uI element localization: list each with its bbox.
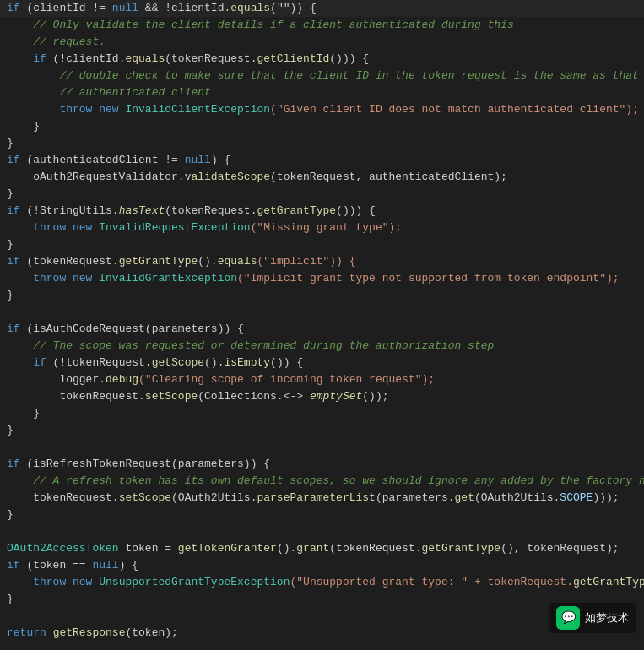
code-token: new <box>66 270 99 287</box>
code-token: (clientId != <box>20 0 112 17</box>
code-token: } <box>7 405 40 422</box>
code-line: if (authenticatedClient != null) { <box>0 152 644 169</box>
wechat-icon: 💬 <box>561 609 576 627</box>
code-token: ("")) { <box>270 0 317 17</box>
code-token: throw <box>7 574 66 591</box>
code-token: ("Clearing scope of incoming token reque… <box>138 371 435 388</box>
code-token: tokenRequest. <box>7 490 119 506</box>
code-token: setScope <box>119 490 171 506</box>
code-token: } <box>7 186 14 203</box>
code-token: token = <box>119 540 178 557</box>
code-block: if (clientId != null && !clientId.equals… <box>0 0 644 642</box>
code-line: // double check to make sure that the cl… <box>0 68 644 84</box>
code-token: ()); <box>362 388 388 405</box>
code-line: // The scope was requested or determined… <box>0 338 644 355</box>
code-token: InvalidRequestException <box>99 219 250 236</box>
code-token: getGrantType <box>573 574 644 591</box>
code-line: return getResponse(token); <box>0 625 644 642</box>
code-line: // Only validate the client details if a… <box>0 17 644 34</box>
code-line: throw new InvalidGrantException("Implici… <box>0 270 644 287</box>
code-token: validateScope <box>185 169 270 186</box>
code-token: // Only validate the client details if a… <box>7 17 514 34</box>
code-token: (token == <box>20 557 93 574</box>
code-token: ())) { <box>336 203 376 219</box>
code-token: getGrantType <box>257 203 336 219</box>
code-token: InvalidGrantException <box>99 270 237 287</box>
watermark-text: 如梦技术 <box>585 609 629 626</box>
code-line: } <box>0 118 644 135</box>
code-line: // A refresh token has its own default s… <box>0 473 644 490</box>
watermark: 💬 如梦技术 <box>549 603 636 633</box>
code-token: } <box>7 591 14 608</box>
code-line: if (tokenRequest.getGrantType().equals("… <box>0 253 644 270</box>
code-token: // request. <box>7 34 106 51</box>
code-token: (tokenRequest. <box>165 51 257 68</box>
code-token: ("implicit")) { <box>257 253 355 270</box>
watermark-logo: 💬 <box>556 606 580 630</box>
code-token: (Collections. <box>198 388 283 405</box>
code-line: tokenRequest.setScope(OAuth2Utils.parseP… <box>0 490 644 506</box>
code-token: <-> <box>284 388 303 405</box>
code-token: get <box>455 490 474 506</box>
code-token: oAuth2RequestValidator. <box>7 169 185 186</box>
code-line <box>0 523 644 540</box>
code-token: (!tokenRequest. <box>46 355 152 371</box>
code-line <box>0 439 644 456</box>
code-token: getGrantType <box>119 253 198 270</box>
code-token: } <box>7 422 14 439</box>
code-token: isEmpty <box>224 355 270 371</box>
code-token: (). <box>277 540 296 557</box>
code-token: logger. <box>7 371 106 388</box>
code-line: } <box>0 186 644 203</box>
code-token: throw <box>7 101 92 118</box>
code-token: throw <box>7 219 66 236</box>
code-line: // authenticated client <box>0 84 644 101</box>
code-token: null <box>92 557 118 574</box>
code-line: tokenRequest.setScope(Collections.<-> em… <box>0 388 644 405</box>
code-token: (token); <box>125 625 177 642</box>
code-token: grant <box>296 540 329 557</box>
code-token: getScope <box>152 355 204 371</box>
code-line: if (!tokenRequest.getScope().isEmpty()) … <box>0 355 644 371</box>
code-line: throw new InvalidRequestException("Missi… <box>0 219 644 236</box>
code-token: (OAuth2Utils. <box>171 490 257 506</box>
code-token: UnsupportedGrantTypeException <box>99 574 290 591</box>
code-token: } <box>7 287 14 304</box>
code-token: getGrantType <box>422 540 501 557</box>
code-line: } <box>0 236 644 253</box>
code-line: if (!clientId.equals(tokenRequest.getCli… <box>0 51 644 68</box>
code-token: if <box>7 321 20 338</box>
code-line: } <box>0 591 644 608</box>
code-token: (isAuthCodeRequest(parameters)) { <box>20 321 244 338</box>
code-token: hasText <box>119 203 165 219</box>
code-line: if (isRefreshTokenRequest(parameters)) { <box>0 456 644 473</box>
code-line: } <box>0 135 644 152</box>
code-token: (tokenRequest. <box>165 203 257 219</box>
code-line: logger.debug("Clearing scope of incoming… <box>0 371 644 388</box>
code-token: OAuth2AccessToken <box>7 540 119 557</box>
code-token: if <box>7 557 20 574</box>
code-token: SCOPE <box>560 490 593 506</box>
code-line <box>0 304 644 321</box>
code-token: (!clientId. <box>46 51 126 68</box>
code-token: if <box>7 456 20 473</box>
code-token: if <box>7 203 20 219</box>
code-line: } <box>0 405 644 422</box>
code-token: InvalidClientException <box>125 101 270 118</box>
code-line: if (token == null) { <box>0 557 644 574</box>
code-container: if (clientId != null && !clientId.equals… <box>0 0 644 650</box>
code-token: ) { <box>211 152 230 169</box>
code-token: ()) { <box>270 355 303 371</box>
code-token: throw <box>7 270 66 287</box>
code-token <box>46 625 53 642</box>
code-line: OAuth2AccessToken token = getTokenGrante… <box>0 540 644 557</box>
code-token: getTokenGranter <box>178 540 277 557</box>
code-token: setScope <box>145 388 198 405</box>
code-token: tokenRequest. <box>7 388 145 405</box>
code-token: null <box>185 152 211 169</box>
code-line: // request. <box>0 34 644 51</box>
code-token: (isRefreshTokenRequest(parameters)) { <box>20 456 270 473</box>
code-token: // A refresh token has its own default s… <box>7 473 644 490</box>
code-token: debug <box>106 371 138 388</box>
code-token: return <box>7 625 46 642</box>
